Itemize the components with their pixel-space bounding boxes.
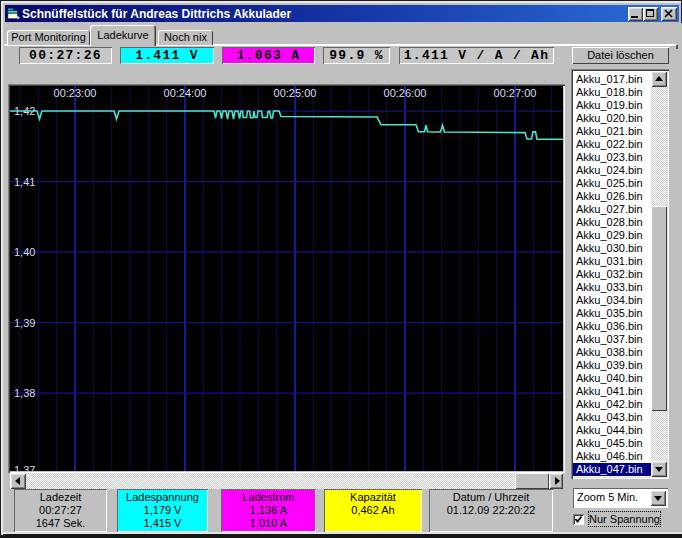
svg-text:1,40: 1,40 [14, 246, 35, 258]
svg-text:1,37: 1,37 [14, 464, 35, 472]
svg-text:00:26:00: 00:26:00 [384, 87, 427, 99]
svg-text:00:23:00: 00:23:00 [54, 87, 97, 99]
svg-text:1,39: 1,39 [14, 317, 35, 329]
svg-text:1,38: 1,38 [14, 387, 35, 399]
svg-text:00:27:00: 00:27:00 [494, 87, 537, 99]
svg-text:00:25:00: 00:25:00 [274, 87, 317, 99]
svg-text:00:24:00: 00:24:00 [164, 87, 207, 99]
svg-text:1,41: 1,41 [14, 176, 35, 188]
